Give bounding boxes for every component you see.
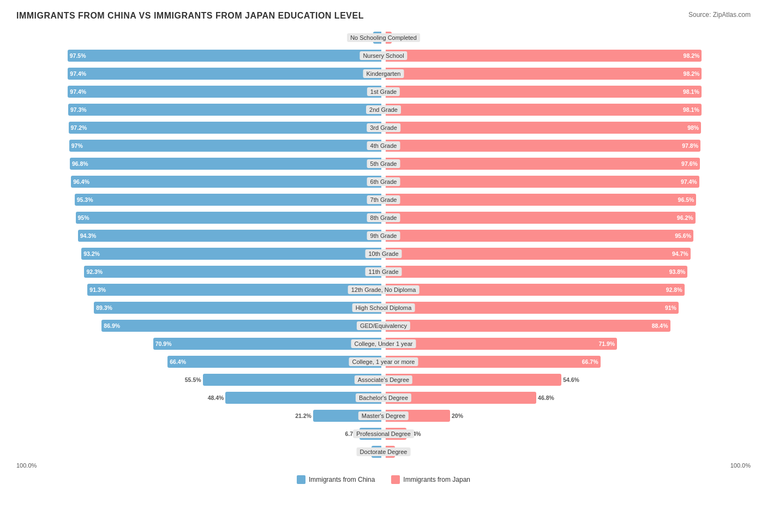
category-label: 12th Grade, No Diploma — [348, 285, 420, 294]
category-label: 2nd Grade — [366, 105, 401, 114]
japan-value-label: 97.8% — [682, 142, 698, 149]
right-section: 71.9% — [384, 338, 751, 350]
left-section: 95% — [16, 212, 384, 224]
china-value-label: 70.9% — [155, 340, 172, 347]
right-section: 20% — [384, 410, 751, 422]
china-value-label: 86.9% — [104, 322, 120, 329]
left-section: 97.4% — [16, 68, 384, 80]
china-value-label: 21.2% — [295, 413, 311, 419]
right-section: 98.1% — [384, 104, 751, 116]
japan-value-label: 98.1% — [683, 106, 699, 113]
bar-china: 94.3% — [78, 230, 381, 242]
right-section: 98.1% — [384, 86, 751, 98]
china-value-label: 94.3% — [80, 232, 97, 239]
bar-japan: 92.8% — [386, 284, 685, 296]
left-section: 70.9% — [16, 338, 384, 350]
right-section: 98% — [384, 122, 751, 134]
left-section: 97% — [16, 140, 384, 152]
category-label: Nursery School — [359, 51, 407, 60]
japan-value-label: 93.8% — [669, 268, 686, 275]
bar-china: 95% — [76, 212, 382, 224]
table-row: 95.3%7th Grade96.5% — [16, 192, 751, 208]
axis-labels: 100.0% 100.0% — [16, 462, 751, 469]
bar-china: 97.4% — [68, 68, 381, 80]
right-section: 95.6% — [384, 230, 751, 242]
bar-japan: 93.8% — [386, 266, 687, 278]
table-row: 66.4%College, 1 year or more66.7% — [16, 354, 751, 370]
left-section: 3.1% — [16, 446, 384, 458]
category-label: College, Under 1 year — [351, 339, 416, 348]
chart-area: 2.6%No Schooling Completed1.9%97.5%Nurse… — [16, 29, 751, 460]
legend-china: Immigrants from China — [297, 475, 375, 484]
table-row: 86.9%GED/Equivalency88.4% — [16, 318, 751, 334]
japan-value-label: 20% — [452, 413, 463, 419]
china-value-label: 95.3% — [77, 196, 93, 203]
japan-value-label: 91% — [665, 304, 676, 311]
chart-source: Source: ZipAtlas.com — [688, 11, 751, 19]
chart-title: IMMIGRANTS FROM CHINA VS IMMIGRANTS FROM… — [16, 11, 364, 21]
china-value-label: 95% — [78, 214, 89, 221]
right-section: 92.8% — [384, 284, 751, 296]
right-section: 98.2% — [384, 50, 751, 62]
china-value-label: 91.3% — [89, 286, 106, 293]
category-label: 7th Grade — [367, 195, 400, 204]
japan-value-label: 97.6% — [681, 160, 698, 167]
category-label: 10th Grade — [365, 249, 402, 258]
bar-japan: 71.9% — [386, 338, 617, 350]
japan-value-label: 92.8% — [666, 286, 682, 293]
bar-japan: 98.1% — [386, 104, 702, 116]
left-section: 21.2% — [16, 410, 384, 422]
category-label: Doctorate Degree — [357, 447, 411, 456]
axis-left: 100.0% — [16, 462, 37, 469]
bar-china: 89.3% — [94, 302, 381, 314]
right-section: 97.4% — [384, 176, 751, 188]
bar-japan: 98.2% — [386, 50, 702, 62]
left-section: 86.9% — [16, 320, 384, 332]
right-section: 46.8% — [384, 392, 751, 404]
bar-china: 86.9% — [101, 320, 381, 332]
table-row: 95%8th Grade96.2% — [16, 210, 751, 226]
bar-japan: 98% — [386, 122, 701, 134]
bar-china: 92.3% — [84, 266, 381, 278]
left-section: 2.6% — [16, 32, 384, 44]
china-value-label: 97.5% — [70, 52, 86, 59]
japan-value-label: 95.6% — [675, 232, 691, 239]
category-label: 3rd Grade — [367, 123, 400, 132]
chart-container: IMMIGRANTS FROM CHINA VS IMMIGRANTS FROM… — [0, 0, 767, 495]
right-section: 2.8% — [384, 446, 751, 458]
china-value-label: 48.4% — [208, 394, 224, 401]
right-section: 6.4% — [384, 428, 751, 440]
bar-japan: 97.6% — [386, 158, 700, 170]
left-section: 97.4% — [16, 86, 384, 98]
japan-value-label: 96.2% — [677, 214, 693, 221]
right-section: 97.6% — [384, 158, 751, 170]
category-label: High School Diploma — [352, 303, 415, 312]
bar-china: 97.3% — [68, 104, 381, 116]
bar-japan: 97.8% — [386, 140, 700, 152]
table-row: 21.2%Master's Degree20% — [16, 408, 751, 424]
left-section: 92.3% — [16, 266, 384, 278]
bar-china: 96.8% — [70, 158, 381, 170]
category-label: Professional Degree — [353, 429, 414, 438]
right-section: 94.7% — [384, 248, 751, 260]
bar-japan: 88.4% — [386, 320, 670, 332]
right-section: 97.8% — [384, 140, 751, 152]
bar-china: 70.9% — [153, 338, 381, 350]
table-row: 91.3%12th Grade, No Diploma92.8% — [16, 282, 751, 298]
japan-value-label: 98% — [687, 124, 699, 131]
category-label: Kindergarten — [363, 69, 404, 78]
category-label: 1st Grade — [367, 87, 400, 96]
table-row: 94.3%9th Grade95.6% — [16, 228, 751, 244]
right-section: 66.7% — [384, 356, 751, 368]
table-row: 97.3%2nd Grade98.1% — [16, 101, 751, 118]
table-row: 92.3%11th Grade93.8% — [16, 264, 751, 280]
legend-japan-label: Immigrants from Japan — [403, 476, 470, 483]
table-row: 97.2%3rd Grade98% — [16, 119, 751, 136]
left-section: 95.3% — [16, 194, 384, 206]
china-value-label: 97.4% — [70, 88, 86, 95]
bar-china: 95.3% — [75, 194, 381, 206]
category-label: 11th Grade — [365, 267, 402, 276]
china-value-label: 96.8% — [72, 160, 88, 167]
japan-value-label: 66.7% — [582, 358, 598, 365]
category-label: College, 1 year or more — [349, 357, 418, 366]
